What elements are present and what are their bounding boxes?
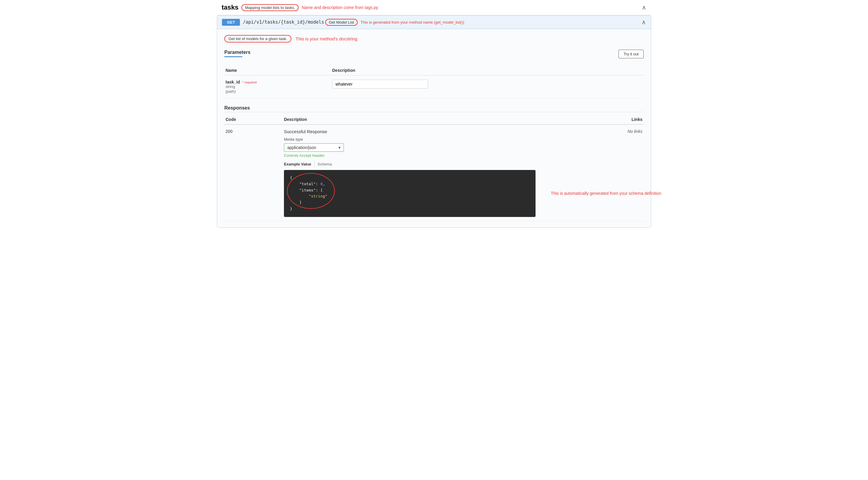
- no-links-cell: No links: [565, 125, 644, 221]
- tasks-title: tasks: [222, 4, 239, 11]
- try-it-out-button[interactable]: Try it out: [619, 50, 644, 58]
- responses-title: Responses: [224, 105, 644, 111]
- page-wrapper: tasks Mapping model lists to tasks. Name…: [217, 0, 651, 228]
- responses-links-header: Links: [565, 114, 644, 125]
- responses-code-header: Code: [224, 114, 283, 125]
- code-annotation: This is automatically generated from you…: [551, 191, 661, 196]
- endpoint-path: /api/v1/tasks/{task_id}/models: [243, 20, 324, 25]
- method-badge: GET: [222, 19, 240, 26]
- params-desc-header: Description: [331, 66, 644, 75]
- example-schema-tabs: Example Value Schema: [284, 161, 564, 168]
- param-required: * required: [242, 80, 257, 84]
- media-type-label: Media type: [284, 137, 564, 142]
- responses-section: Responses Code Description Links 200: [224, 105, 644, 221]
- param-name: task_id: [225, 79, 240, 84]
- parameters-title-group: Parameters: [224, 50, 250, 62]
- endpoint-annotation: This is generated from your method name …: [361, 20, 464, 25]
- parameters-table: Name Description task_id * required stri…: [224, 66, 644, 98]
- media-type-value: application/json: [287, 145, 316, 150]
- tab-schema[interactable]: Schema: [314, 161, 332, 168]
- response-code: 200: [225, 129, 232, 134]
- param-name-cell: task_id * required string (path): [224, 75, 331, 98]
- param-input-cell: [331, 75, 644, 98]
- responses-table: Code Description Links 200 Successful Re…: [224, 114, 644, 221]
- table-row: task_id * required string (path): [224, 75, 644, 98]
- endpoint-header: GET /api/v1/tasks/{task_id}/models Get M…: [217, 15, 651, 29]
- response-description: Successful Response: [284, 129, 564, 134]
- responses-divider: [224, 112, 644, 112]
- endpoint-name-circle: Get Model List: [325, 19, 358, 26]
- tasks-header: tasks Mapping model lists to tasks. Name…: [217, 0, 651, 15]
- param-location: (path): [225, 89, 236, 94]
- tasks-annotation-circle: Mapping model lists to tasks.: [241, 4, 299, 11]
- task-id-input[interactable]: [332, 79, 428, 89]
- media-type-select[interactable]: application/json ▾: [284, 143, 344, 152]
- params-header-row: Name Description: [224, 66, 644, 75]
- code-block: { "total": 0, "items": [ "string" ] }: [290, 175, 530, 212]
- responses-header-row: Code Description Links: [224, 114, 644, 125]
- tab-example-value[interactable]: Example Value: [284, 161, 311, 168]
- parameters-title: Parameters: [224, 50, 250, 55]
- params-name-header: Name: [224, 66, 331, 75]
- parameters-underline: [224, 56, 242, 57]
- tasks-chevron-icon[interactable]: ∧: [642, 4, 646, 11]
- endpoint-body: Get list of models for a given task. Thi…: [217, 29, 651, 228]
- endpoint-chevron-icon[interactable]: ∧: [642, 19, 646, 26]
- tasks-annotation-text: Name and description come from tags.py: [302, 5, 378, 10]
- code-block-container: { "total": 0, "items": [ "string" ] } Th…: [284, 170, 535, 217]
- response-desc-cell: Successful Response Media type applicati…: [283, 125, 565, 221]
- docstring-annotation: This is your method's docstring: [296, 36, 357, 41]
- parameters-header-row: Parameters Try it out: [224, 50, 644, 62]
- responses-desc-header: Description: [283, 114, 565, 125]
- response-code-cell: 200: [224, 125, 283, 221]
- endpoint-section: GET /api/v1/tasks/{task_id}/models Get M…: [217, 15, 651, 228]
- docstring-row: Get list of models for a given task. Thi…: [224, 35, 644, 42]
- no-links-text: No links: [627, 129, 643, 134]
- param-type: string: [225, 84, 330, 89]
- controls-accept-text: Controls Accept header.: [284, 153, 564, 158]
- chevron-down-icon: ▾: [338, 145, 341, 150]
- docstring-circle: Get list of models for a given task.: [224, 35, 291, 42]
- table-row: 200 Successful Response Media type appli…: [224, 125, 644, 221]
